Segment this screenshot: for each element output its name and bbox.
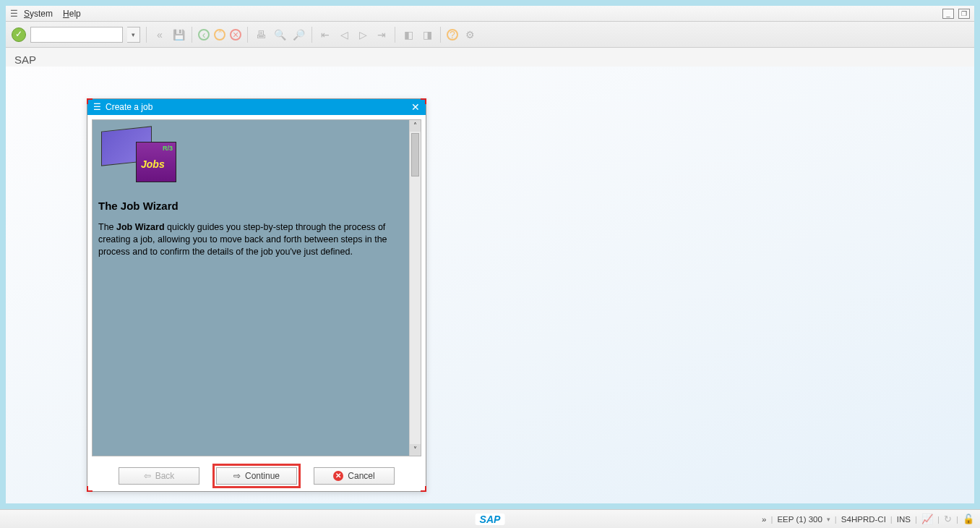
status-mode: INS (897, 515, 911, 524)
restore-button[interactable]: ❐ (958, 9, 970, 19)
cancel-circle-icon[interactable]: × (230, 29, 241, 41)
prev-page-icon[interactable]: ◁ (337, 27, 351, 42)
minimize-button[interactable]: _ (942, 9, 954, 19)
jobs-label: Jobs (141, 158, 165, 170)
scroll-down-icon[interactable]: ˅ (410, 444, 421, 456)
dialog-body: R/3 Jobs The Job Wizard The Job Wizard q… (92, 119, 421, 456)
status-server: S4HPRD-CI (841, 515, 886, 524)
last-page-icon[interactable]: ⇥ (374, 27, 389, 42)
status-system[interactable]: EEP (1) 300 (777, 515, 822, 524)
command-dropdown[interactable]: ▾ (127, 27, 140, 43)
dialog-title-icon: ☰ (93, 102, 101, 112)
toolbar: ▾ « 💾 ‹ ˄ × 🖶 🔍 🔎 ⇤ ◁ ▷ ⇥ ◧ ◨ ? ⚙ (6, 22, 974, 48)
scroll-up-icon[interactable]: ˄ (410, 120, 421, 132)
find-icon[interactable]: 🔍 (272, 27, 287, 42)
exit-circle-icon[interactable]: ˄ (214, 29, 225, 41)
next-page-icon[interactable]: ▷ (356, 27, 370, 42)
wizard-image: R/3 Jobs (101, 129, 176, 184)
help-icon[interactable]: ? (447, 29, 458, 41)
status-expand-icon[interactable]: » (762, 515, 766, 524)
sap-logo: SAP (476, 514, 505, 525)
continue-highlight: ⇨ Continue (212, 464, 301, 488)
shortcut-icon[interactable]: ◨ (420, 27, 434, 42)
status-refresh-icon[interactable]: ↻ (944, 514, 952, 524)
create-job-dialog: ☰ Create a job ✕ R/3 Jobs The Job Wizard… (87, 98, 426, 492)
menubar: ☰ System Help _ ❐ × (6, 6, 974, 22)
command-field[interactable] (30, 27, 123, 43)
dialog-titlebar: ☰ Create a job ✕ (87, 99, 426, 115)
app-menu-icon[interactable]: ☰ (10, 9, 18, 19)
statusbar: SAP » | EEP (1) 300 ▾ | S4HPRD-CI | INS … (0, 509, 980, 528)
dialog-close-button[interactable]: ✕ (411, 101, 420, 113)
menu-system[interactable]: System (24, 9, 53, 19)
dialog-button-row: ⇦ Back ⇨ Continue ✕ Cancel (87, 465, 426, 487)
status-lock-icon[interactable]: 🔓 (963, 514, 974, 524)
wizard-heading: The Job Wizard (98, 200, 179, 212)
settings-icon[interactable]: ⚙ (463, 27, 477, 42)
back-arrow-icon: ⇦ (144, 471, 151, 481)
cancel-button[interactable]: ✕ Cancel (314, 467, 395, 485)
continue-arrow-icon: ⇨ (233, 471, 241, 481)
dialog-title-text: Create a job (106, 102, 152, 112)
continue-button[interactable]: ⇨ Continue (216, 467, 297, 485)
scroll-thumb[interactable] (411, 133, 419, 176)
new-session-icon[interactable]: ◧ (401, 27, 416, 42)
first-page-icon[interactable]: ⇤ (318, 27, 332, 42)
back-circle-icon[interactable]: ‹ (198, 29, 210, 41)
enter-button[interactable] (12, 27, 26, 42)
dialog-scrollbar[interactable]: ˄ ˅ (409, 120, 421, 456)
status-graph-icon[interactable]: 📈 (921, 514, 933, 524)
r3-label: R/3 (163, 145, 173, 152)
back-button[interactable]: ⇦ Back (119, 467, 199, 485)
menu-help[interactable]: Help (63, 9, 81, 19)
workarea: ☰ Create a job ✕ R/3 Jobs The Job Wizard… (6, 67, 974, 503)
back-icon[interactable]: « (152, 27, 167, 42)
cancel-x-icon: ✕ (333, 471, 343, 481)
save-icon[interactable]: 💾 (171, 27, 186, 42)
status-system-dropdown-icon[interactable]: ▾ (827, 516, 830, 523)
wizard-text: The Job Wizard quickly guides you step-b… (98, 221, 403, 258)
print-icon[interactable]: 🖶 (254, 27, 268, 42)
find-next-icon[interactable]: 🔎 (291, 27, 306, 42)
